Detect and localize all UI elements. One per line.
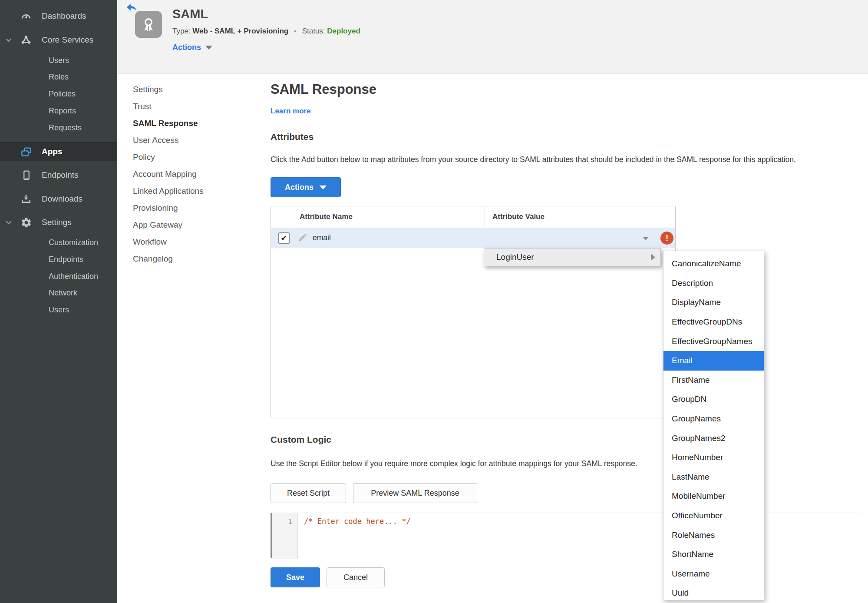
- attributes-heading: Attributes: [271, 132, 314, 142]
- attributes-actions-button[interactable]: Actions: [271, 177, 341, 197]
- submenu-item-canonicalizename[interactable]: CanonicalizeName: [663, 254, 764, 274]
- submenu-item-homenumber[interactable]: HomeNumber: [663, 448, 764, 467]
- submenu-item-officenumber[interactable]: OfficeNumber: [663, 506, 764, 526]
- column-header-attribute-value: Attribute Value: [492, 212, 545, 221]
- sidebar-item-users-settings[interactable]: Users: [0, 301, 117, 319]
- tab-workflow[interactable]: Workflow: [133, 233, 204, 250]
- core-services-icon: [20, 34, 32, 46]
- save-button-label: Save: [286, 573, 304, 582]
- submenu-item-lastname[interactable]: LastName: [663, 467, 764, 487]
- page-app-title: SAML: [172, 7, 208, 21]
- sidebar-item-label: Network: [49, 288, 77, 298]
- content-divider: [240, 93, 240, 557]
- sidebar-item-settings[interactable]: Settings: [0, 213, 117, 232]
- column-header-attribute-name: Attribute Name: [300, 212, 353, 221]
- submenu-item-mobilenumber[interactable]: MobileNumber: [663, 487, 764, 506]
- tab-saml-response[interactable]: SAML Response: [133, 115, 204, 132]
- loginuser-submenu: CanonicalizeName Description DisplayName…: [663, 251, 764, 600]
- save-button[interactable]: Save: [271, 567, 320, 587]
- submenu-item-uuid[interactable]: Uuid: [663, 583, 764, 600]
- mobile-device-icon: [20, 169, 32, 181]
- tab-settings[interactable]: Settings: [133, 81, 204, 98]
- tab-user-access[interactable]: User Access: [133, 132, 204, 149]
- sidebar-item-label: Authentication: [49, 272, 98, 281]
- edit-pencil-icon[interactable]: [297, 233, 307, 243]
- app-badge-ribbon-icon: [135, 11, 162, 38]
- tab-trust[interactable]: Trust: [133, 98, 204, 115]
- code-line[interactable]: /* Enter code here... */: [304, 517, 411, 526]
- sidebar-item-label: Users: [49, 56, 69, 65]
- reset-script-label: Reset Script: [287, 489, 330, 498]
- error-badge-icon: [660, 232, 673, 245]
- submenu-item-displayname[interactable]: DisplayName: [663, 293, 764, 312]
- attribute-value-dropdown[interactable]: [485, 228, 653, 248]
- submenu-item-groupdn[interactable]: GroupDN: [663, 390, 764, 409]
- submenu-item-groupnames2[interactable]: GroupNames2: [663, 428, 764, 448]
- page-title: SAML Response: [271, 82, 376, 97]
- preview-saml-label: Preview SAML Response: [371, 489, 459, 498]
- submenu-item-description[interactable]: Description: [663, 274, 764, 293]
- custom-logic-heading: Custom Logic: [271, 434, 331, 445]
- tab-policy[interactable]: Policy: [133, 149, 204, 166]
- sidebar-item-label: Roles: [49, 73, 69, 82]
- sidebar-item-label: Users: [49, 305, 69, 315]
- sidebar-item-downloads[interactable]: Downloads: [0, 190, 117, 208]
- sidebar-item-core-services[interactable]: Core Services: [0, 31, 117, 49]
- sidebar-item-users[interactable]: Users: [0, 51, 117, 70]
- sidebar-item-endpoints[interactable]: Endpoints: [0, 166, 117, 184]
- tab-app-gateway[interactable]: App Gateway: [133, 216, 204, 233]
- sidebar-item-label: Apps: [42, 147, 63, 156]
- submenu-item-firstname[interactable]: FirstName: [663, 371, 764, 390]
- sidebar-item-roles[interactable]: Roles: [0, 68, 117, 86]
- sidebar-item-dashboards[interactable]: Dashboards: [0, 7, 117, 25]
- reset-script-button[interactable]: Reset Script: [271, 483, 346, 503]
- chevron-down-icon[interactable]: [5, 36, 12, 43]
- status-label: Status:: [302, 27, 325, 35]
- sidebar-item-endpoints-settings[interactable]: Endpoints: [0, 250, 117, 268]
- app-header: SAML Type: Web - SAML + Provisioning • S…: [117, 0, 868, 74]
- line-number: 1: [288, 517, 292, 526]
- tab-provisioning[interactable]: Provisioning: [133, 199, 204, 216]
- chevron-down-icon[interactable]: [5, 219, 12, 226]
- chevron-down-icon: [320, 186, 327, 189]
- meta-separator: •: [294, 27, 297, 35]
- chevron-down-icon: [205, 46, 212, 50]
- row-checkbox[interactable]: [278, 232, 290, 244]
- table-header: Attribute Name Attribute Value: [271, 206, 675, 228]
- submenu-item-effectivegroupdns[interactable]: EffectiveGroupDNs: [663, 312, 764, 332]
- sidebar-item-network[interactable]: Network: [0, 284, 117, 302]
- table-row[interactable]: email: [271, 228, 675, 248]
- learn-more-link[interactable]: Learn more: [271, 107, 311, 116]
- tab-changelog[interactable]: Changelog: [133, 250, 204, 267]
- menu-item-label: LoginUser: [496, 252, 534, 262]
- cancel-button[interactable]: Cancel: [327, 567, 385, 587]
- attributes-table: Attribute Name Attribute Value email: [271, 206, 676, 418]
- back-arrow-icon[interactable]: [126, 2, 137, 12]
- sidebar-item-customization[interactable]: Customization: [0, 233, 117, 252]
- preview-saml-response-button[interactable]: Preview SAML Response: [353, 483, 477, 503]
- submenu-item-username[interactable]: Username: [663, 564, 764, 584]
- sidebar-item-label: Endpoints: [49, 255, 83, 264]
- header-actions-menu[interactable]: Actions: [172, 43, 212, 52]
- sidebar-item-reports[interactable]: Reports: [0, 102, 117, 120]
- sidebar-item-requests[interactable]: Requests: [0, 119, 117, 137]
- submenu-item-rolenames[interactable]: RoleNames: [663, 525, 764, 545]
- editor-gutter: 1: [272, 513, 298, 559]
- sidebar-item-policies[interactable]: Policies: [0, 85, 117, 103]
- submenu-item-email[interactable]: Email: [663, 351, 764, 371]
- sidebar-item-authentication[interactable]: Authentication: [0, 267, 117, 285]
- submenu-item-effectivegroupnames[interactable]: EffectiveGroupNames: [663, 331, 764, 351]
- sidebar-item-label: Settings: [42, 218, 72, 227]
- sidebar-item-apps[interactable]: Apps: [0, 142, 117, 161]
- submenu-item-groupnames[interactable]: GroupNames: [663, 409, 764, 429]
- app-meta-line: Type: Web - SAML + Provisioning • Status…: [172, 27, 360, 36]
- sidebar-item-label: Endpoints: [42, 170, 79, 180]
- value-dropdown-menu-loginuser[interactable]: LoginUser: [484, 248, 661, 266]
- submenu-item-shortname[interactable]: ShortName: [663, 545, 764, 564]
- tab-linked-applications[interactable]: Linked Applications: [133, 182, 204, 199]
- attribute-name-cell: email: [313, 233, 331, 242]
- status-badge: Deployed: [327, 27, 360, 35]
- script-editor[interactable]: 1 /* Enter code here... */: [271, 513, 862, 558]
- tab-account-mapping[interactable]: Account Mapping: [133, 166, 204, 182]
- custom-logic-description: Use the Script Editor below if you requi…: [271, 459, 637, 468]
